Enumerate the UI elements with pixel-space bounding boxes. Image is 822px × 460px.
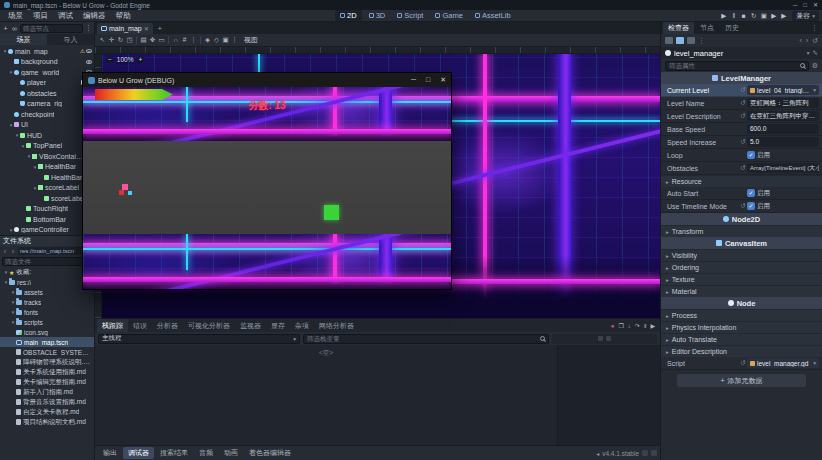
debugger-tab[interactable]: 可视化分析器 bbox=[183, 319, 235, 332]
filesystem-item[interactable]: ▾fonts bbox=[0, 307, 94, 317]
smart-snap-toggle[interactable]: ∩ bbox=[171, 34, 180, 46]
inspector-property[interactable]: Use Timeline Mode↺✓启用 bbox=[661, 200, 822, 213]
dock-options-button[interactable]: ⋮ bbox=[809, 24, 820, 32]
minimize-button[interactable]: ─ bbox=[793, 0, 797, 10]
load-resource-icon[interactable] bbox=[676, 37, 684, 44]
scene-tree-node[interactable]: ▾scoreLabel bbox=[0, 183, 94, 194]
grid-snap-toggle[interactable]: # bbox=[180, 34, 189, 46]
menu-item[interactable]: 帮助 bbox=[111, 10, 136, 22]
view-menu-button[interactable]: 视图 bbox=[239, 35, 263, 45]
play-custom-scene-button[interactable]: ▶ bbox=[779, 10, 788, 21]
movie-maker-button[interactable]: ▣ bbox=[759, 10, 768, 21]
add-metadata-button[interactable]: + 添加元数据 bbox=[677, 374, 806, 387]
scene-tree-node[interactable]: TouchRight bbox=[0, 204, 94, 215]
menu-item[interactable]: 场景 bbox=[3, 10, 28, 22]
bottom-panel-toggle[interactable]: 动画 bbox=[219, 447, 243, 459]
workspace-tab-2d[interactable]: 2D bbox=[335, 10, 362, 21]
stack-trace-pane[interactable]: <空> bbox=[95, 345, 558, 445]
scene-tree-node[interactable]: ▾main_map⚠ bbox=[0, 46, 94, 57]
scene-tree-node[interactable]: obstacles bbox=[0, 88, 94, 99]
scene-tree-node[interactable]: camera_rig bbox=[0, 99, 94, 110]
skip-breakpoints-button[interactable]: ● bbox=[611, 323, 615, 329]
value-field[interactable]: 在霓虹三角阵列中穿行躲避障碍 bbox=[747, 111, 819, 121]
inspector-dock-tab[interactable]: 节点 bbox=[695, 22, 719, 34]
value-field[interactable]: 600.0 bbox=[747, 124, 819, 134]
version-label[interactable]: v4.4.1.stable bbox=[602, 450, 639, 457]
inspector-tools-button[interactable]: ⚙ bbox=[812, 62, 818, 70]
filesystem-item[interactable]: ▾res:// bbox=[0, 277, 94, 287]
history-forward-button[interactable]: › bbox=[806, 37, 808, 45]
filesystem-item[interactable]: OBSTACLE_SYSTEM_GUIDE.md bbox=[0, 347, 94, 357]
filesystem-item[interactable]: main_map.tscn bbox=[0, 337, 94, 347]
resource-picker[interactable]: level_manager.gd▾ bbox=[747, 358, 819, 368]
statusbar-icon[interactable] bbox=[642, 450, 648, 456]
scene-tab-main-map[interactable]: main_map ✕ bbox=[97, 23, 153, 34]
value-field[interactable]: 霓虹网格：三角阵列 bbox=[747, 98, 819, 108]
visibility-eye-icon[interactable] bbox=[86, 49, 92, 53]
file-filter-input[interactable] bbox=[2, 257, 85, 266]
lock-node[interactable]: ◈ bbox=[203, 34, 212, 46]
bottom-panel-toggle[interactable]: 搜索结果 bbox=[155, 447, 193, 459]
continue-button[interactable]: ▶ bbox=[650, 322, 655, 329]
scene-tree-node[interactable]: scoreLabel bbox=[0, 193, 94, 204]
move-tool[interactable]: ✛ bbox=[107, 34, 116, 46]
inspector-property[interactable]: Speed Increase↺5.0 bbox=[661, 136, 822, 149]
filesystem-item[interactable]: 自定义关卡教程.md bbox=[0, 407, 94, 417]
filesystem-item[interactable]: ▾scripts bbox=[0, 317, 94, 327]
inspector-property[interactable]: Script↺level_manager.gd▾ bbox=[661, 357, 822, 370]
inspector-property[interactable]: Current Level↺level_04_triangles.tres▾ bbox=[661, 84, 822, 97]
menu-item[interactable]: 编辑器 bbox=[78, 10, 111, 22]
debugger-tab[interactable]: 分析器 bbox=[152, 319, 183, 332]
maximize-button[interactable]: □ bbox=[426, 76, 430, 84]
workspace-tab-assetlib[interactable]: AssetLib bbox=[470, 10, 516, 21]
renderer-dropdown[interactable]: 兼容 ▾ bbox=[792, 11, 819, 21]
inspector-group[interactable]: ▸Process bbox=[661, 309, 822, 321]
visibility-eye-icon[interactable] bbox=[86, 60, 92, 64]
scene-tree-node[interactable]: BottomBar bbox=[0, 214, 94, 225]
history-back-button[interactable]: ‹ bbox=[799, 37, 801, 45]
scene-tree-node[interactable]: HealthBar bbox=[0, 172, 94, 183]
resource-options-icon[interactable]: ⋮ bbox=[698, 37, 705, 45]
break-button[interactable]: ‖ bbox=[644, 323, 646, 329]
checkbox-checked-icon[interactable]: ✓ bbox=[747, 189, 755, 197]
array-value[interactable]: Array[TimelineEvent] (大小 8) bbox=[747, 163, 819, 173]
inspector-property[interactable]: Obstacles↺Array[TimelineEvent] (大小 8) bbox=[661, 162, 822, 175]
inspector-group[interactable]: ▸Texture bbox=[661, 273, 822, 285]
remote-debug-button[interactable]: ↻ bbox=[749, 10, 758, 21]
resource-picker[interactable]: level_04_triangles.tres▾ bbox=[747, 85, 819, 95]
step-over-button[interactable]: ↷ bbox=[635, 322, 640, 329]
save-resource-icon[interactable] bbox=[687, 37, 695, 44]
scale-tool[interactable]: ◳ bbox=[125, 34, 134, 46]
inspector-property[interactable]: Level Description↺在霓虹三角阵列中穿行躲避障碍 bbox=[661, 110, 822, 123]
instance-scene-button[interactable]: ∞ bbox=[11, 25, 18, 32]
inspector-group[interactable]: ▸Auto Translate bbox=[661, 333, 822, 345]
scene-tree-node[interactable]: player bbox=[0, 78, 94, 89]
copy-error-button[interactable]: ❐ bbox=[618, 322, 623, 329]
checkbox-checked-icon[interactable]: ✓ bbox=[747, 202, 755, 210]
rotate-tool[interactable]: ↻ bbox=[116, 34, 125, 46]
scene-tree-node[interactable]: background bbox=[0, 57, 94, 68]
filesystem-item[interactable]: 障碍物管理系统说明.md bbox=[0, 357, 94, 367]
inspector-group[interactable]: ▸Editor Description bbox=[661, 345, 822, 357]
filesystem-item[interactable]: ▾tracks bbox=[0, 297, 94, 307]
statusbar-icon[interactable] bbox=[651, 450, 657, 456]
scene-tree-node[interactable]: ▾HealthBar bbox=[0, 162, 94, 173]
filesystem-item[interactable]: 背景音乐设置指南.md bbox=[0, 397, 94, 407]
filesystem-item[interactable]: ▾assets bbox=[0, 287, 94, 297]
filesystem-item[interactable]: 新手入门指南.md bbox=[0, 387, 94, 397]
inspector-property[interactable]: Auto Start✓启用 bbox=[661, 187, 822, 200]
forward-button[interactable]: › bbox=[10, 248, 16, 255]
inspector-dock-tab[interactable]: 检查器 bbox=[663, 22, 694, 34]
workspace-tab-game[interactable]: Game bbox=[430, 10, 467, 21]
inspector-group[interactable]: ▸Transform bbox=[661, 225, 822, 237]
play-scene-button[interactable]: ▶ bbox=[769, 10, 778, 21]
scene-tree-node[interactable]: ▾VBoxContainer bbox=[0, 151, 94, 162]
inspector-group[interactable]: ▸Material bbox=[661, 285, 822, 297]
debugger-tab[interactable]: 错误 bbox=[128, 319, 152, 332]
pan-tool[interactable]: ✥ bbox=[148, 34, 157, 46]
list-select-tool[interactable]: ▤ bbox=[139, 34, 148, 46]
close-button[interactable]: ✕ bbox=[813, 0, 818, 10]
thread-dropdown[interactable]: 主线程 ▾ bbox=[98, 334, 300, 344]
menu-item[interactable]: 调试 bbox=[53, 10, 78, 22]
debugger-tab[interactable]: 栈跟踪 bbox=[97, 319, 128, 332]
